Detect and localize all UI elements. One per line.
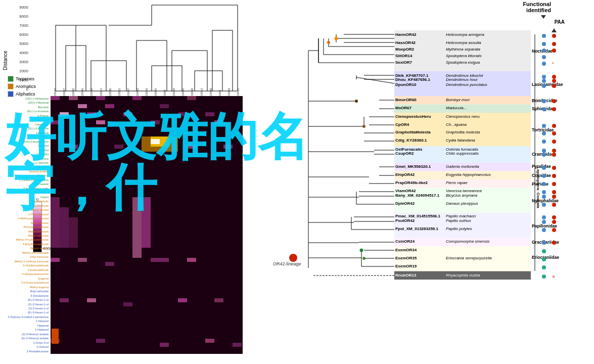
svg-text:Conopomorpha sinensis: Conopomorpha sinensis: [446, 239, 489, 244]
svg-point-273: [552, 215, 556, 219]
svg-rect-42: [123, 112, 132, 116]
svg-text:Spodoptera exigua: Spodoptera exigua: [446, 60, 480, 65]
compound-cinnamaldehyde: Cinnamaldehyde: [0, 268, 50, 271]
compound-methyl-hydroxy: Methyl 4-hydroxybenzoate: [0, 238, 50, 241]
compound-methoxybenzyl: 4-Methoxybenzyl alcohol: [0, 217, 50, 220]
heatmap-svg: [51, 96, 243, 354]
compound-citronella: Citronella: [0, 166, 50, 169]
legend-aromatics: Aromatics: [8, 83, 36, 89]
svg-text:Grapholita molesta: Grapholita molesta: [446, 130, 480, 134]
svg-text:CsinOR24: CsinOR24: [395, 239, 415, 244]
compound-ethylbenzaldehyde: 4-Ethylbenzaldehyde: [0, 243, 50, 246]
svg-text:HassOR42: HassOR42: [395, 40, 416, 45]
svg-text:SexiOR7: SexiOR7: [395, 60, 412, 65]
svg-point-267: [552, 166, 556, 170]
svg-text:CsupOR2: CsupOR2: [395, 151, 414, 156]
svg-rect-45: [51, 120, 60, 124]
svg-rect-63: [105, 262, 114, 266]
compound-methyl-salicylate: Methyl salicylate: [0, 234, 50, 237]
compound-nerolidol: (E)-nerolidol: [0, 191, 50, 194]
or-label-20: OR59: [227, 73, 231, 96]
svg-point-226: [542, 49, 546, 53]
compound-benzyl-alcohol: Benzyl alcohol: [0, 208, 50, 211]
compound-phenylethanol: 2-Phenylethanol: [0, 213, 50, 216]
or-label-18: OR66: [209, 73, 212, 96]
svg-rect-37: [78, 104, 87, 108]
compound-trans-caryo: (−)-trans-Caryophyllene: [0, 140, 50, 143]
svg-point-231: [542, 84, 546, 88]
svg-rect-51: [151, 139, 160, 144]
svg-text:GrapholitaMolesta: GrapholitaMolesta: [395, 130, 431, 134]
svg-text:Bicyclus anynana: Bicyclus anynana: [446, 193, 478, 198]
compound-citronellol: Citronellol: [0, 153, 50, 156]
compound-2-octanone: 2-Octanone: [0, 157, 50, 160]
svg-point-147: [355, 100, 358, 103]
svg-point-225: [542, 42, 546, 46]
svg-text:Galleria mellonella: Galleria mellonella: [446, 164, 479, 169]
y-tick-8000: 8000: [19, 14, 28, 19]
svg-text:PxutOR42: PxutOR42: [395, 218, 415, 223]
svg-point-232: [542, 99, 546, 103]
compound-beta-ionone: β-Ionone: [0, 174, 50, 177]
svg-point-143: [327, 41, 330, 44]
svg-text:Tortricidae: Tortricidae: [532, 127, 554, 132]
svg-text:Clenopsestus neru: Clenopsestus neru: [446, 114, 480, 119]
svg-rect-75: [233, 343, 242, 347]
svg-point-242: [542, 190, 546, 194]
svg-text:*: *: [552, 61, 554, 66]
svg-point-234: [542, 124, 546, 128]
compound-methyl-eugenol: Methyl eugenol: [0, 286, 50, 289]
compound-methyl-phenylacetate: Methyl phenylacetate: [0, 251, 50, 254]
or-label-6: OR12: [100, 73, 103, 96]
compound-methyl-methoxy-benzoate: Methyl 2-methoxy benzoate: [0, 260, 50, 263]
svg-text:Helicoverpa armigera: Helicoverpa armigera: [446, 32, 485, 37]
or-label-16: OR48: [191, 73, 194, 96]
svg-rect-52: [69, 145, 78, 149]
svg-text:Chilo suppressalis: Chilo suppressalis: [446, 151, 479, 156]
svg-point-253: [552, 34, 556, 38]
svg-rect-58: [69, 217, 78, 248]
compound-heptanol: 1-Heptanol: [0, 328, 50, 331]
compound-beta-pinene: (–)-β-Pinene: [0, 118, 50, 121]
svg-point-245: [542, 215, 546, 219]
svg-rect-72: [96, 339, 105, 343]
svg-point-264: [552, 140, 556, 144]
or-label-2: OR27: [63, 73, 66, 96]
svg-point-268: [552, 174, 556, 178]
triangle-down: [541, 15, 546, 19]
compound-hexenol-z2: (Z)-2-Hexen-1-ol: [0, 303, 50, 306]
svg-point-275: [552, 228, 556, 232]
compound-linalool: Linalool: [0, 149, 50, 152]
y-tick-5000: 5000: [19, 41, 28, 46]
or-label-15: OR50: [181, 73, 185, 96]
svg-text:Nymphalidae: Nymphalidae: [532, 198, 559, 203]
svg-text:EsemOR35: EsemOR35: [395, 256, 417, 260]
svg-text:SlitOR14: SlitOR14: [395, 54, 413, 58]
svg-rect-74: [205, 339, 214, 343]
svg-point-238: [542, 153, 546, 157]
svg-point-269: [552, 182, 556, 186]
svg-point-144: [289, 254, 297, 262]
svg-rect-70: [214, 298, 223, 302]
compound-limonene-r: (R)-(+)-Limonene: [0, 110, 50, 113]
compound-hexenol-e3: (E)-3-Hexen-1-ol: [0, 311, 50, 314]
compound-hexanol: 1-Hexanol: [0, 320, 50, 323]
or-label-3: OR35: [72, 73, 75, 96]
legend-terpenes: Terpenes: [8, 76, 36, 82]
svg-rect-64: [151, 258, 169, 262]
svg-point-224: [542, 34, 546, 38]
svg-text:Bombyx mori: Bombyx mori: [446, 98, 470, 102]
svg-point-257: [552, 75, 556, 79]
svg-rect-46: [96, 120, 105, 124]
svg-point-255: [552, 49, 556, 53]
compound-1r: (1R)...: [0, 135, 50, 139]
compound-phenylacetaldehyde: Phenylacetaldehyde: [0, 225, 50, 229]
compound-decalactone: δ-Decalactone: [0, 294, 50, 297]
svg-text:Danaus plexippus: Danaus plexippus: [446, 201, 478, 206]
compound-hydroxy-pentanone: 4-Hydroxy-4-methyl-2-pentanone: [0, 315, 50, 318]
svg-rect-36: [187, 96, 196, 100]
svg-text:Ch...iquana: Ch...iquana: [446, 122, 467, 127]
svg-text:VtamOR42: VtamOR42: [395, 189, 416, 193]
compound-salicylaldehyde: Salicylaldehyde: [0, 204, 50, 207]
compound-hexenal: (E)-2-Hexen-1-al: [0, 298, 50, 301]
